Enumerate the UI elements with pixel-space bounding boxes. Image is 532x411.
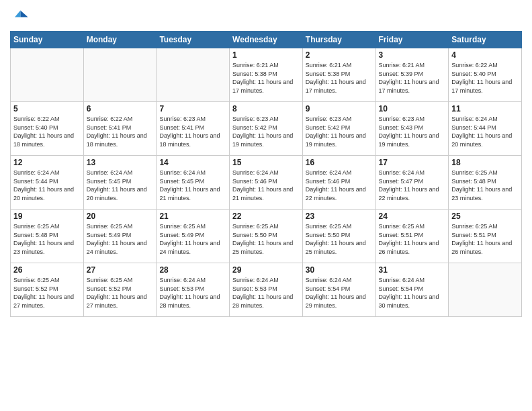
cell-day-number: 31: [379, 265, 446, 275]
calendar-cell: 1Sunrise: 6:21 AM Sunset: 5:38 PM Daylig…: [230, 48, 303, 102]
cell-info: Sunrise: 6:25 AM Sunset: 5:48 PM Dayligh…: [13, 222, 81, 256]
svg-marker-0: [20, 11, 28, 17]
cell-info: Sunrise: 6:24 AM Sunset: 5:45 PM Dayligh…: [87, 169, 154, 202]
cell-day-number: 23: [306, 212, 373, 221]
cell-day-number: 29: [232, 265, 300, 275]
calendar-cell: 7Sunrise: 6:23 AM Sunset: 5:41 PM Daylig…: [157, 102, 230, 156]
cell-info: Sunrise: 6:24 AM Sunset: 5:44 PM Dayligh…: [13, 169, 81, 202]
cell-info: Sunrise: 6:25 AM Sunset: 5:49 PM Dayligh…: [87, 222, 154, 256]
cell-day-number: 28: [159, 265, 226, 275]
calendar-week-4: 19Sunrise: 6:25 AM Sunset: 5:48 PM Dayli…: [11, 210, 522, 263]
calendar-cell: 13Sunrise: 6:24 AM Sunset: 5:45 PM Dayli…: [83, 156, 157, 210]
calendar-cell: 28Sunrise: 6:24 AM Sunset: 5:53 PM Dayli…: [157, 263, 230, 317]
weekday-header-saturday: Saturday: [449, 32, 522, 48]
logo-icon: [10, 7, 29, 26]
cell-day-number: 2: [306, 50, 373, 60]
weekday-header-tuesday: Tuesday: [157, 32, 230, 48]
cell-info: Sunrise: 6:25 AM Sunset: 5:52 PM Dayligh…: [87, 276, 154, 310]
calendar-week-5: 26Sunrise: 6:25 AM Sunset: 5:52 PM Dayli…: [11, 263, 522, 317]
cell-info: Sunrise: 6:25 AM Sunset: 5:51 PM Dayligh…: [379, 222, 446, 256]
cell-day-number: 19: [13, 212, 81, 221]
weekday-header-friday: Friday: [375, 32, 449, 48]
cell-info: Sunrise: 6:25 AM Sunset: 5:50 PM Dayligh…: [232, 222, 300, 256]
weekday-header-monday: Monday: [83, 32, 157, 48]
cell-day-number: 13: [87, 158, 154, 167]
cell-day-number: 11: [451, 104, 519, 113]
cell-day-number: 6: [87, 104, 154, 113]
cell-info: Sunrise: 6:24 AM Sunset: 5:46 PM Dayligh…: [306, 169, 373, 202]
calendar-cell: 22Sunrise: 6:25 AM Sunset: 5:50 PM Dayli…: [230, 210, 303, 263]
cell-info: Sunrise: 6:21 AM Sunset: 5:39 PM Dayligh…: [379, 61, 446, 95]
cell-day-number: 15: [232, 158, 300, 167]
svg-marker-1: [15, 11, 20, 17]
cell-day-number: 24: [379, 212, 446, 221]
cell-day-number: 5: [13, 104, 81, 113]
calendar-cell: 14Sunrise: 6:24 AM Sunset: 5:45 PM Dayli…: [157, 156, 230, 210]
calendar-cell: 3Sunrise: 6:21 AM Sunset: 5:39 PM Daylig…: [375, 48, 449, 102]
calendar-cell: 29Sunrise: 6:24 AM Sunset: 5:53 PM Dayli…: [230, 263, 303, 317]
cell-info: Sunrise: 6:22 AM Sunset: 5:40 PM Dayligh…: [13, 115, 81, 148]
cell-day-number: 21: [159, 212, 226, 221]
logo: [10, 7, 32, 26]
cell-info: Sunrise: 6:22 AM Sunset: 5:40 PM Dayligh…: [451, 61, 519, 95]
cell-info: Sunrise: 6:25 AM Sunset: 5:52 PM Dayligh…: [13, 276, 81, 310]
cell-info: Sunrise: 6:23 AM Sunset: 5:42 PM Dayligh…: [232, 115, 300, 148]
cell-day-number: 4: [451, 50, 519, 60]
cell-info: Sunrise: 6:25 AM Sunset: 5:49 PM Dayligh…: [159, 222, 226, 256]
calendar-table: SundayMondayTuesdayWednesdayThursdayFrid…: [10, 31, 522, 317]
cell-day-number: 3: [379, 50, 446, 60]
calendar-cell: 15Sunrise: 6:24 AM Sunset: 5:46 PM Dayli…: [230, 156, 303, 210]
cell-day-number: 16: [306, 158, 373, 167]
cell-info: Sunrise: 6:24 AM Sunset: 5:53 PM Dayligh…: [159, 276, 226, 310]
cell-day-number: 7: [159, 104, 226, 113]
cell-day-number: 25: [451, 212, 519, 221]
calendar-cell: [11, 48, 84, 102]
cell-day-number: 1: [232, 50, 300, 60]
calendar-cell: 31Sunrise: 6:24 AM Sunset: 5:54 PM Dayli…: [375, 263, 449, 317]
calendar-cell: 24Sunrise: 6:25 AM Sunset: 5:51 PM Dayli…: [375, 210, 449, 263]
calendar-cell: 20Sunrise: 6:25 AM Sunset: 5:49 PM Dayli…: [83, 210, 157, 263]
calendar-cell: 4Sunrise: 6:22 AM Sunset: 5:40 PM Daylig…: [449, 48, 522, 102]
calendar-cell: 26Sunrise: 6:25 AM Sunset: 5:52 PM Dayli…: [11, 263, 84, 317]
cell-info: Sunrise: 6:24 AM Sunset: 5:47 PM Dayligh…: [379, 169, 446, 202]
cell-info: Sunrise: 6:25 AM Sunset: 5:51 PM Dayligh…: [451, 222, 519, 256]
cell-day-number: 18: [451, 158, 519, 167]
calendar-cell: 11Sunrise: 6:24 AM Sunset: 5:44 PM Dayli…: [449, 102, 522, 156]
calendar-cell: 25Sunrise: 6:25 AM Sunset: 5:51 PM Dayli…: [449, 210, 522, 263]
cell-info: Sunrise: 6:24 AM Sunset: 5:44 PM Dayligh…: [451, 115, 519, 148]
calendar-cell: 5Sunrise: 6:22 AM Sunset: 5:40 PM Daylig…: [11, 102, 84, 156]
cell-info: Sunrise: 6:24 AM Sunset: 5:46 PM Dayligh…: [232, 169, 300, 202]
cell-day-number: 20: [87, 212, 154, 221]
cell-info: Sunrise: 6:23 AM Sunset: 5:42 PM Dayligh…: [306, 115, 373, 148]
calendar-cell: 21Sunrise: 6:25 AM Sunset: 5:49 PM Dayli…: [157, 210, 230, 263]
calendar-body: 1Sunrise: 6:21 AM Sunset: 5:38 PM Daylig…: [11, 48, 522, 317]
calendar-cell: 17Sunrise: 6:24 AM Sunset: 5:47 PM Dayli…: [375, 156, 449, 210]
cell-info: Sunrise: 6:22 AM Sunset: 5:41 PM Dayligh…: [87, 115, 154, 148]
cell-info: Sunrise: 6:23 AM Sunset: 5:41 PM Dayligh…: [159, 115, 226, 148]
cell-info: Sunrise: 6:21 AM Sunset: 5:38 PM Dayligh…: [232, 61, 300, 95]
calendar-week-1: 1Sunrise: 6:21 AM Sunset: 5:38 PM Daylig…: [11, 48, 522, 102]
cell-day-number: 12: [13, 158, 81, 167]
calendar-cell: 12Sunrise: 6:24 AM Sunset: 5:44 PM Dayli…: [11, 156, 84, 210]
cell-info: Sunrise: 6:21 AM Sunset: 5:38 PM Dayligh…: [306, 61, 373, 95]
cell-day-number: 27: [87, 265, 154, 275]
calendar-cell: [83, 48, 157, 102]
calendar-cell: 10Sunrise: 6:23 AM Sunset: 5:43 PM Dayli…: [375, 102, 449, 156]
calendar-cell: 30Sunrise: 6:24 AM Sunset: 5:54 PM Dayli…: [302, 263, 375, 317]
cell-info: Sunrise: 6:25 AM Sunset: 5:50 PM Dayligh…: [306, 222, 373, 256]
cell-day-number: 17: [379, 158, 446, 167]
cell-day-number: 30: [306, 265, 373, 275]
calendar-cell: [449, 263, 522, 317]
weekday-header-thursday: Thursday: [302, 32, 375, 48]
cell-day-number: 14: [159, 158, 226, 167]
calendar-cell: 8Sunrise: 6:23 AM Sunset: 5:42 PM Daylig…: [230, 102, 303, 156]
calendar-cell: [157, 48, 230, 102]
header: [10, 7, 522, 26]
cell-day-number: 26: [13, 265, 81, 275]
cell-info: Sunrise: 6:24 AM Sunset: 5:45 PM Dayligh…: [159, 169, 226, 202]
cell-info: Sunrise: 6:25 AM Sunset: 5:48 PM Dayligh…: [451, 169, 519, 202]
calendar-header: SundayMondayTuesdayWednesdayThursdayFrid…: [11, 32, 522, 48]
cell-day-number: 10: [379, 104, 446, 113]
calendar-cell: 23Sunrise: 6:25 AM Sunset: 5:50 PM Dayli…: [302, 210, 375, 263]
page: SundayMondayTuesdayWednesdayThursdayFrid…: [0, 0, 532, 411]
